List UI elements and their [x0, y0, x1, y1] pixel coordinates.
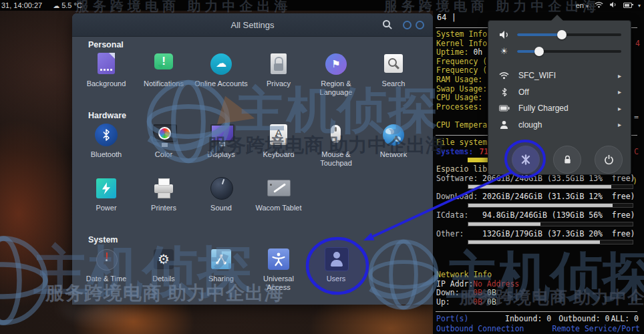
- clock-icon: [96, 249, 118, 271]
- settings-tile-displays[interactable]: Displays: [192, 123, 250, 167]
- window-button-1[interactable]: [403, 21, 412, 29]
- personal-tiles: Background ! Notifications ☁ Online Acco…: [77, 52, 422, 96]
- edge-fragment: ): [633, 176, 637, 186]
- search-icon[interactable]: [383, 20, 393, 30]
- language-indicator[interactable]: en ▾: [576, 1, 589, 9]
- disk-bar-icdata: [468, 222, 633, 226]
- window-button-2[interactable]: [416, 21, 424, 29]
- search-tile-icon: [384, 54, 403, 73]
- settings-tile-bluetooth[interactable]: Bluetooth: [77, 123, 135, 167]
- settings-button[interactable]: [512, 146, 540, 174]
- tile-label: Users: [307, 275, 365, 283]
- tile-label: Region & Language: [307, 79, 365, 96]
- color-wheel-icon: [153, 124, 177, 142]
- terminal-prompt: 64 |: [437, 13, 456, 22]
- tile-label: Mouse & Touchpad: [307, 150, 365, 167]
- volume-icon: [498, 30, 510, 39]
- menu-item-battery[interactable]: Fully Charged ▸: [488, 100, 631, 117]
- settings-tile-sound[interactable]: Sound: [192, 176, 250, 212]
- hardware-tiles-row1: Bluetooth Color Displays A Keyboard Mous…: [77, 123, 422, 167]
- volume-status-icon[interactable]: [609, 1, 617, 9]
- window-title: All Settings: [230, 20, 274, 30]
- tile-label: Color: [135, 150, 192, 159]
- disk-bar-software: [468, 184, 633, 189]
- edge-fragment: 4: [635, 39, 640, 48]
- settings-tile-details[interactable]: ⚙ Details: [135, 247, 192, 291]
- ports-label: Port(s): [436, 314, 505, 323]
- mouse-icon: [331, 125, 341, 143]
- tile-label: Sound: [192, 204, 250, 212]
- clock[interactable]: 31, 14:00:27: [1, 1, 42, 9]
- username: clough: [518, 120, 542, 130]
- network-globe-icon: [383, 124, 404, 146]
- battery-status-icon[interactable]: [623, 3, 632, 8]
- lock-button[interactable]: [553, 146, 581, 174]
- settings-tile-printers[interactable]: Printers: [135, 176, 192, 212]
- section-label-system: System: [88, 235, 118, 244]
- settings-tile-background[interactable]: Background: [77, 52, 135, 96]
- weather-cloud-icon: ☁: [53, 2, 59, 9]
- menu-item-bluetooth[interactable]: Off ▸: [488, 84, 631, 101]
- tile-label: Network: [365, 150, 422, 159]
- tile-label: Notifications: [135, 79, 192, 88]
- window-header[interactable]: All Settings: [72, 13, 433, 37]
- settings-tile-wacom[interactable]: Wacom Tablet: [250, 176, 307, 212]
- menu-item-user[interactable]: clough ▸: [488, 117, 631, 134]
- settings-tile-universal-access[interactable]: Universal Access: [250, 247, 307, 291]
- wacom-tablet-icon: [267, 180, 291, 196]
- tile-label: Details: [135, 275, 192, 283]
- bluetooth-icon: [498, 88, 510, 97]
- settings-tile-sharing[interactable]: Sharing: [192, 247, 250, 291]
- settings-tile-search[interactable]: Search: [365, 52, 422, 96]
- battery-state: Fully Charged: [518, 104, 569, 113]
- settings-tile-mouse-touchpad[interactable]: Mouse & Touchpad: [307, 123, 365, 167]
- tile-label: Universal Access: [250, 275, 307, 291]
- settings-tile-privacy[interactable]: Privacy: [250, 52, 307, 96]
- settings-tile-online-accounts[interactable]: ☁ Online Accounts: [192, 52, 250, 96]
- sharing-icon: [211, 249, 231, 269]
- brightness-icon: ☀: [498, 46, 510, 56]
- notifications-icon: !: [154, 53, 173, 69]
- volume-slider-row: [488, 26, 631, 43]
- network-info-block: Network Info IP Addr:No Address Down:0B0…: [436, 270, 644, 306]
- disk-bar-other: [468, 240, 633, 244]
- divider: [436, 311, 637, 312]
- tile-label: Wacom Tablet: [250, 204, 307, 212]
- volume-slider-knob[interactable]: [557, 30, 567, 39]
- settings-tile-keyboard[interactable]: A Keyboard: [250, 123, 307, 167]
- user-icon: [498, 120, 510, 129]
- settings-tile-power[interactable]: Power: [77, 176, 135, 212]
- online-accounts-icon: ☁: [210, 53, 232, 75]
- background-icon: [98, 53, 115, 74]
- crossed-tools-icon: [519, 153, 532, 166]
- settings-tile-region-language[interactable]: ⚑ Region & Language: [307, 52, 365, 96]
- edge-fragment: C: [634, 147, 639, 156]
- system-status-menu: ☀ SFC_WIFI ▸ Off ▸ Fully Charged ▸: [488, 20, 631, 175]
- system-menu-caret-icon[interactable]: ▾: [638, 3, 641, 9]
- tile-label: Sharing: [192, 275, 250, 283]
- menu-item-wifi[interactable]: SFC_WIFI ▸: [488, 67, 631, 84]
- tile-label: Date & Time: [77, 275, 135, 283]
- settings-tile-notifications[interactable]: ! Notifications: [135, 52, 192, 96]
- tile-label: Power: [77, 204, 135, 212]
- brightness-slider-knob[interactable]: [534, 47, 544, 56]
- display-monitor-icon: [210, 124, 234, 142]
- temperature: 5.5 °C: [61, 1, 82, 9]
- section-label-hardware: Hardware: [88, 111, 126, 120]
- settings-tile-network[interactable]: Network: [365, 123, 422, 167]
- power-button[interactable]: [595, 146, 623, 174]
- wifi-status-icon[interactable]: [595, 1, 603, 9]
- printer-icon: [154, 184, 173, 193]
- lock-icon: [563, 154, 572, 165]
- network-title: Network Info: [436, 270, 644, 279]
- section-label-personal: Personal: [88, 40, 124, 49]
- settings-tile-date-time[interactable]: Date & Time: [77, 247, 135, 291]
- brightness-slider[interactable]: [517, 50, 621, 53]
- privacy-lock-icon: [271, 53, 287, 74]
- tile-label: Search: [365, 79, 422, 88]
- settings-tile-color[interactable]: Color: [135, 123, 192, 167]
- volume-slider[interactable]: [517, 33, 621, 36]
- power-icon: [604, 154, 614, 165]
- system-tiles: Date & Time ⚙ Details Sharing Universal …: [77, 247, 422, 291]
- settings-tile-users[interactable]: Users: [307, 247, 365, 291]
